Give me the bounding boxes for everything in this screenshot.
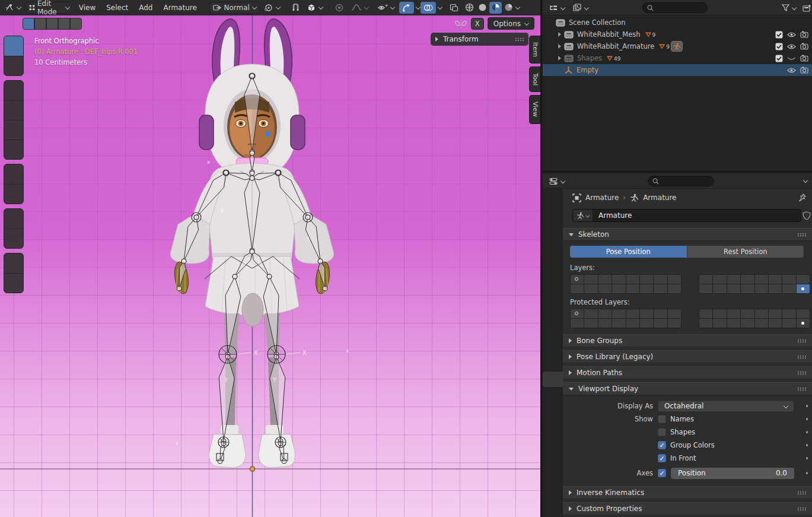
transform-orientation-dropdown[interactable]: Normal (209, 2, 259, 14)
transform-tool[interactable] (4, 139, 24, 159)
layer-cell[interactable] (782, 309, 795, 318)
layer-cell[interactable] (741, 309, 754, 318)
move-tool[interactable] (4, 81, 24, 100)
shading-wireframe-button[interactable] (463, 2, 476, 14)
select-mode-invert[interactable] (58, 18, 70, 30)
eye-toggle[interactable] (787, 31, 796, 38)
pin-icon[interactable] (798, 194, 806, 202)
layer-cell[interactable] (571, 275, 584, 284)
id-type-dropdown[interactable] (573, 210, 593, 221)
hide-eye-icon[interactable] (787, 67, 796, 74)
layer-cell[interactable] (727, 275, 740, 284)
panel-grip[interactable] (797, 371, 806, 375)
disable-render-camera-icon[interactable] (800, 55, 808, 62)
layer-cell[interactable] (727, 284, 740, 293)
layer-cell[interactable] (626, 319, 639, 328)
outliner-search-field[interactable] (642, 2, 708, 13)
layer-cell[interactable] (755, 309, 768, 318)
armature-name-field[interactable]: Armature (572, 209, 801, 222)
panel-grip[interactable] (797, 355, 806, 359)
properties-search-field[interactable] (648, 176, 714, 186)
view-layer-tab[interactable] (543, 267, 563, 282)
layer-cell[interactable] (640, 309, 653, 318)
layer-cell[interactable] (668, 319, 681, 328)
snap-target-button[interactable] (262, 2, 283, 14)
disable-render-camera-icon[interactable] (800, 43, 808, 50)
layer-cell[interactable] (713, 275, 726, 284)
hidden-eye-icon[interactable] (787, 55, 796, 62)
animate-decorator-dot[interactable] (806, 405, 808, 407)
bone-groups-panel-header[interactable]: Bone Groups (563, 334, 812, 347)
panel-grip[interactable] (797, 491, 806, 495)
outliner-row-whiterabbit-armature[interactable]: WhiteRabbit_Armature9 (543, 40, 812, 52)
layer-cell[interactable] (755, 284, 768, 293)
chevron-down-icon[interactable] (803, 179, 807, 183)
outliner-row-empty[interactable]: Empty (543, 64, 812, 76)
check-toggle[interactable] (775, 43, 783, 50)
viewport-canvas[interactable]: XX YY xx xx Y (0, 0, 542, 517)
pose-library-legacy--panel-header[interactable]: Pose Library (Legacy) (563, 350, 812, 363)
object-constraints-tab[interactable] (543, 355, 563, 370)
panel-grip[interactable] (797, 507, 806, 511)
layer-cell[interactable] (612, 309, 625, 318)
scene-tab[interactable] (543, 283, 563, 299)
tool-tab[interactable] (543, 212, 563, 228)
shear-tool[interactable] (4, 273, 24, 293)
layer-cell[interactable] (668, 284, 681, 293)
motion-paths-panel-header[interactable]: Motion Paths (563, 366, 812, 379)
world-tab[interactable] (543, 300, 563, 316)
outliner-editor-type-button[interactable] (546, 2, 568, 14)
skeleton-panel-header[interactable]: Skeleton (563, 228, 812, 241)
layer-cell[interactable] (782, 319, 795, 328)
layer-cell[interactable] (713, 309, 726, 318)
layer-cell[interactable] (769, 319, 782, 328)
fake-user-button[interactable] (803, 209, 812, 222)
layer-cell[interactable] (654, 319, 667, 328)
select-mode-subtract[interactable] (46, 18, 58, 30)
layer-cell[interactable] (668, 275, 681, 284)
layer-cell[interactable] (584, 319, 597, 328)
xray-toggle[interactable] (447, 2, 461, 14)
panel-grip[interactable] (515, 37, 524, 42)
layer-cell[interactable] (626, 284, 639, 293)
toggle-names[interactable]: Names (658, 415, 694, 423)
proportional-editing-button[interactable] (332, 2, 346, 14)
outliner-row-shapes[interactable]: Shapes49 (543, 52, 812, 64)
mode-dropdown[interactable]: Edit Mode (26, 2, 72, 14)
toggle-shapes[interactable]: Shapes (658, 428, 695, 436)
disclosure-triangle-icon[interactable] (558, 44, 561, 49)
layer-cell[interactable] (654, 309, 667, 318)
check-toggle[interactable] (775, 55, 783, 62)
object-tab[interactable] (543, 322, 563, 337)
layer-cell[interactable] (571, 309, 584, 318)
layer-cell[interactable] (755, 319, 768, 328)
animate-decorator-dot[interactable] (806, 431, 808, 433)
bone-tab[interactable] (543, 389, 563, 405)
roll-tool[interactable] (4, 209, 24, 229)
viewport-display-panel-header[interactable]: Viewport Display (563, 382, 812, 395)
sidebar-tab-view[interactable]: View (529, 95, 540, 123)
eye-toggle[interactable] (787, 43, 796, 50)
eye-closed-toggle[interactable] (787, 55, 796, 62)
rotate-tool[interactable] (4, 100, 24, 120)
axes-position-slider[interactable]: Position0.0 (671, 468, 794, 479)
animate-decorator-dot[interactable] (806, 457, 808, 459)
shading-rendered-button[interactable] (502, 2, 515, 14)
layer-cell[interactable] (571, 284, 584, 293)
animate-decorator-dot[interactable] (806, 472, 808, 474)
select-mode-extend[interactable] (34, 18, 46, 30)
armature-object-chip[interactable] (671, 41, 683, 52)
layer-cell[interactable] (797, 284, 810, 293)
layer-cell[interactable] (699, 309, 712, 318)
exclude-checkbox-icon[interactable] (775, 31, 783, 39)
outliner-row-whiterabbit-mesh[interactable]: WhiteRabbit_Mesh9 (543, 28, 812, 40)
custom-properties-panel-header[interactable]: Custom Properties (563, 502, 812, 515)
chevron-down-icon[interactable] (416, 5, 419, 9)
menu-add[interactable]: Add (133, 2, 158, 14)
camera-toggle[interactable] (800, 43, 808, 50)
transform-panel-header[interactable]: Transform (431, 33, 528, 46)
menu-view[interactable]: View (74, 2, 101, 14)
exclude-checkbox-icon[interactable] (775, 55, 783, 62)
layer-cell[interactable] (584, 284, 597, 293)
rest-position-button[interactable]: Rest Position (687, 246, 804, 258)
